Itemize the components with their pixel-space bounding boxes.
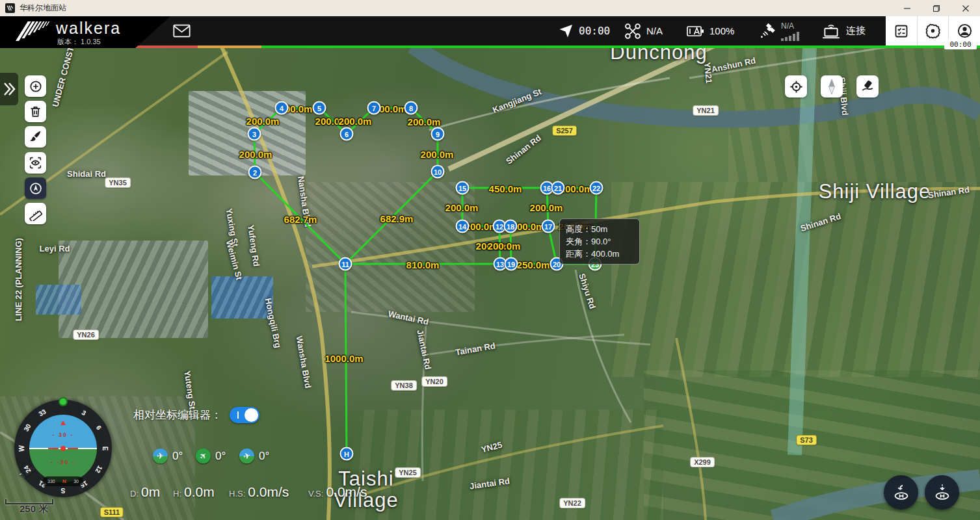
pitch-indicator-icon: ✈ (239, 448, 254, 463)
distance-label: 450.0m (489, 183, 522, 194)
battery-value: 100% (709, 25, 734, 36)
map-orientation-button[interactable] (25, 177, 46, 199)
road-badge: YN38 (391, 381, 416, 390)
focus-view-button[interactable] (25, 152, 46, 174)
relative-coord-editor-label: 相对坐标编辑器： (133, 408, 222, 422)
connect-button[interactable]: 连接 (821, 16, 866, 46)
waypoint-4[interactable]: 4 (275, 101, 289, 115)
compass-mark: S (61, 487, 66, 494)
map-canvas[interactable]: DunchongShiji VillageTaishiVillageUNDER … (0, 46, 980, 520)
distance-label: 682.9m (380, 213, 414, 224)
waypoint-17[interactable]: 17 (542, 220, 555, 233)
map-fields-right (611, 182, 980, 377)
waypoint-8[interactable]: 8 (404, 101, 418, 115)
road-badge: YN21 (693, 106, 718, 115)
waypoint-2[interactable]: 2 (248, 166, 262, 179)
return-home-button[interactable] (884, 475, 918, 510)
waypoint-tooltip: 高度：50m夹角：90.0°距离：400.0m (559, 218, 640, 265)
battery-status: 100% (686, 16, 734, 46)
minimize-button[interactable] (892, 0, 921, 16)
checklist-icon (894, 23, 909, 39)
road-badge: S111 (101, 508, 123, 517)
pitch-value: 0° (259, 450, 269, 463)
chevrons-right-icon (3, 81, 16, 97)
waypoint-21[interactable]: 21 (551, 181, 565, 195)
map-place-label: Dunchong (610, 46, 707, 64)
add-waypoint-button[interactable] (25, 75, 46, 97)
clear-mission-button[interactable] (25, 126, 46, 148)
tooltip-line: 夹角：90.0° (566, 235, 633, 248)
waypoint-11[interactable]: 11 (339, 257, 352, 271)
map-place-label: Yufeng Rd (246, 224, 261, 267)
road-badge: X299 (691, 458, 714, 467)
locate-button[interactable] (785, 75, 807, 98)
tape-right: 30 (73, 479, 79, 484)
waypoint-6[interactable]: 6 (340, 127, 354, 141)
checklist-button[interactable] (886, 16, 917, 46)
relative-coord-editor-toggle[interactable] (230, 407, 259, 423)
pitch-lower-label: - -30 - (29, 459, 97, 465)
attitude-indicator: N36E1215S2124W3033 - 30 - - -30 - 330 N … (14, 400, 112, 497)
map-place-label: Shidai Rd (67, 169, 106, 179)
close-button[interactable] (951, 0, 980, 16)
toolbar-expand-button[interactable] (0, 73, 18, 105)
map-place-label: UNDER CONST (50, 46, 75, 108)
delete-waypoint-button[interactable] (25, 101, 46, 122)
tape-center: N (62, 478, 66, 484)
telemetry-horizontal-speed: H.S:0.0m/s (229, 484, 289, 500)
map-blue-roofs (211, 276, 273, 318)
compass-needle-button[interactable] (821, 75, 843, 98)
compass-mark: E (101, 447, 109, 451)
waypoint-9[interactable]: 9 (431, 127, 445, 141)
connect-label: 连接 (846, 25, 866, 37)
locate-icon (789, 79, 804, 94)
waypoint-5[interactable]: 5 (313, 101, 326, 115)
distance-label: 200.0m (408, 116, 441, 127)
waypoint-14[interactable]: 14 (456, 220, 470, 233)
roll-value: 0° (172, 450, 183, 463)
road-badge: YN26 (73, 330, 98, 339)
map-place-label: Tainan Rd (455, 341, 496, 358)
road-badge: S257 (553, 126, 576, 135)
tooltip-line: 距离：400.0m (566, 248, 633, 260)
add-icon (29, 79, 43, 94)
waypoint-3[interactable]: 3 (248, 127, 261, 141)
compass-icon (29, 181, 43, 196)
map-style-button[interactable] (856, 75, 879, 98)
account-icon (957, 23, 973, 39)
drone-status: N/A (624, 16, 663, 46)
measure-button[interactable] (25, 203, 46, 224)
waypoint-15[interactable]: 15 (456, 181, 470, 195)
waypoint-19[interactable]: 19 (505, 257, 518, 271)
compass-needle-icon (825, 78, 838, 95)
tape-left: 330 (47, 479, 55, 484)
distance-label: 250.0m (517, 259, 550, 270)
map-scale-label: 250 米 (20, 503, 48, 515)
maximize-button[interactable] (921, 0, 951, 16)
waypoint-H[interactable]: H (340, 447, 354, 461)
status-strip-green (261, 46, 980, 48)
road-badge: S73 (797, 436, 816, 445)
signal-bars-icon (781, 32, 801, 41)
map-place-label: YN21 (702, 62, 714, 84)
map-place-label: Shiji Village (819, 180, 931, 203)
flight-timer-value: 00:00 (579, 25, 610, 37)
map-place-label: LINE 22 (PLANNING) (14, 238, 23, 321)
mail-button[interactable] (173, 16, 191, 46)
trash-icon (29, 105, 42, 118)
map-place-label: Jiantai Rd (415, 329, 433, 370)
return-home-icon (892, 483, 911, 502)
waypoint-22[interactable]: 22 (590, 181, 603, 195)
yaw-indicator: ✈ 0° (196, 448, 226, 463)
map-place-label: Shiyu Rd (577, 272, 598, 310)
map-place-label: Leyi Rd (40, 244, 70, 254)
map-style-icon (860, 79, 875, 94)
distance-label: 200.0m (421, 149, 454, 160)
walkera-logo-icon (14, 20, 53, 44)
waypoint-10[interactable]: 10 (431, 165, 445, 179)
distance-label: 200.0m (530, 202, 563, 213)
land-button[interactable] (925, 475, 959, 510)
waypoint-18[interactable]: 18 (504, 220, 518, 233)
distance-label: 1000.0m (324, 353, 363, 364)
waypoint-7[interactable]: 7 (367, 101, 381, 115)
